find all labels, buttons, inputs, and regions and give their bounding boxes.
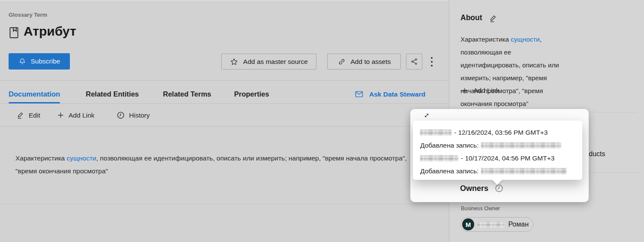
- tab-related-entities[interactable]: Related Entities: [86, 85, 139, 104]
- page-title: Атрибут: [24, 24, 76, 39]
- redacted-user-name: [420, 130, 451, 136]
- documentation-toolbar: Edit Add Link History: [0, 104, 449, 127]
- tab-documentation[interactable]: Documentation: [9, 85, 60, 104]
- entity-link-sidebar[interactable]: сущности: [511, 36, 540, 43]
- entity-link[interactable]: сущности: [67, 154, 96, 162]
- plus-icon: [57, 111, 65, 119]
- asset-type-label: Glossary Term: [9, 12, 47, 18]
- redacted-record-value: [481, 142, 561, 148]
- share-button[interactable]: [406, 54, 422, 70]
- kebab-icon: [427, 56, 436, 67]
- glossary-term-icon: [9, 26, 19, 39]
- owners-history-clock-icon[interactable]: [494, 184, 504, 193]
- ask-data-steward-link[interactable]: Ask Data Steward: [355, 85, 425, 104]
- add-to-assets-button[interactable]: Add to assets: [327, 54, 401, 70]
- owners-history-tooltip: - 12/16/2024, 03:56 PM GMT+3 Добавлена з…: [413, 121, 582, 180]
- about-edit-pencil-icon[interactable]: [489, 14, 498, 23]
- subscribe-button[interactable]: Subscribe: [9, 53, 70, 70]
- edit-button[interactable]: Edit: [16, 104, 40, 127]
- avatar: M: [462, 218, 474, 230]
- main-content: Glossary Term Атрибут Subscribe: [0, 0, 449, 242]
- expand-icon[interactable]: [423, 112, 430, 119]
- owner-name: Роман: [508, 221, 529, 228]
- redacted-record-value: [481, 168, 567, 174]
- history-entry-detail: Добавлена запись:: [420, 139, 582, 152]
- redacted-user-name: [420, 155, 458, 161]
- more-options-button[interactable]: [424, 54, 439, 70]
- about-heading: About: [460, 13, 482, 22]
- redacted-owner-surname: [478, 222, 505, 227]
- term-description: Характеристика сущности, позволяющая ее …: [15, 152, 410, 178]
- star-icon: [230, 57, 238, 66]
- plus-icon: [460, 87, 469, 95]
- owners-heading: Owners: [460, 184, 488, 193]
- owner-persona-chip[interactable]: M Роман: [460, 217, 533, 232]
- mail-icon: [355, 90, 364, 99]
- tab-bar: Documentation Related Entities Related T…: [0, 80, 449, 104]
- tab-properties[interactable]: Properties: [234, 85, 269, 104]
- add-as-master-source-button[interactable]: Add as master source: [221, 54, 316, 70]
- content-divider: [0, 204, 449, 204]
- bell-icon: [18, 57, 26, 65]
- glossary-term-page: Glossary Term Атрибут Subscribe: [0, 0, 644, 242]
- history-entry-detail: Добавлена запись:: [420, 165, 582, 178]
- add-link-button[interactable]: Add Link: [57, 104, 94, 127]
- history-button[interactable]: History: [116, 104, 150, 127]
- about-description: Характеристика сущности, позволяющая ее …: [460, 33, 566, 110]
- history-entry: - 10/17/2024, 04:56 PM GMT+3: [420, 152, 582, 165]
- history-entry: - 12/16/2024, 03:56 PM GMT+3: [420, 126, 582, 139]
- link-icon: [337, 57, 346, 66]
- share-icon: [410, 57, 418, 66]
- sidebar-add-link-button[interactable]: Add Link: [460, 84, 499, 97]
- clock-icon: [116, 111, 125, 120]
- owners-section-header: Owners: [460, 184, 504, 193]
- edit-pencil-icon: [16, 111, 25, 120]
- business-owner-label: Business Owner: [461, 206, 500, 212]
- tab-related-terms[interactable]: Related Terms: [163, 85, 211, 104]
